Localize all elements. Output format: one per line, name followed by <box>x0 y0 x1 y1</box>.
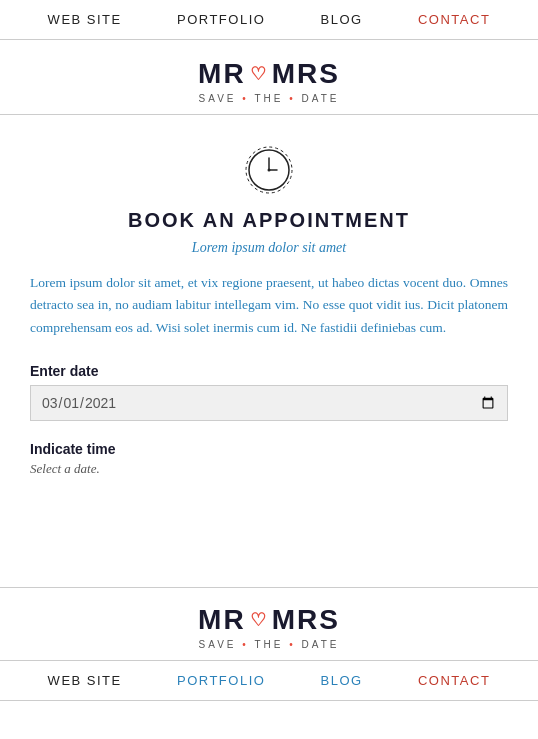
footer-logo: MR ♡ MRS <box>0 604 538 636</box>
footer-nav-contact[interactable]: CONTACT <box>418 673 490 688</box>
section-title: BOOK AN APPOINTMENT <box>30 209 508 232</box>
subtitle-text: Lorem ipsum dolor sit amet <box>30 240 508 256</box>
footer-nav: WEB SITE PORTFOLIO BLOG CONTACT <box>0 661 538 701</box>
footer-logo-save: SAVE <box>199 639 237 650</box>
footer-nav-website[interactable]: WEB SITE <box>48 673 122 688</box>
date-input[interactable] <box>30 385 508 421</box>
footer-logo-heart-icon: ♡ <box>250 609 268 631</box>
svg-point-4 <box>268 169 271 172</box>
logo-heart-icon: ♡ <box>250 63 268 85</box>
footer-logo-mrs: MRS <box>272 604 340 636</box>
footer-logo-dot2: • <box>289 639 296 650</box>
logo-date: DATE <box>301 93 339 104</box>
date-field-group: Enter date <box>30 363 508 421</box>
nav-portfolio[interactable]: PORTFOLIO <box>177 12 265 27</box>
body-text: Lorem ipsum dolor sit amet, et vix regio… <box>30 272 508 339</box>
nav-blog[interactable]: BLOG <box>321 12 363 27</box>
clock-icon-wrap <box>30 145 508 199</box>
logo-subtitle: SAVE • THE • DATE <box>0 93 538 104</box>
time-placeholder-text: Select a date. <box>30 461 508 477</box>
main-content: BOOK AN APPOINTMENT Lorem ipsum dolor si… <box>0 115 538 527</box>
top-nav: WEB SITE PORTFOLIO BLOG CONTACT <box>0 0 538 40</box>
logo-dot2: • <box>289 93 296 104</box>
clock-icon <box>244 145 294 195</box>
logo-the: THE <box>254 93 283 104</box>
footer-nav-blog[interactable]: BLOG <box>321 673 363 688</box>
footer-logo-dot1: • <box>242 639 249 650</box>
footer-logo-area: MR ♡ MRS SAVE • THE • DATE <box>0 588 538 661</box>
logo-save: SAVE <box>199 93 237 104</box>
nav-contact[interactable]: CONTACT <box>418 12 490 27</box>
logo-dot1: • <box>242 93 249 104</box>
footer-logo-mr: MR <box>198 604 246 636</box>
logo-mrs: MRS <box>272 58 340 90</box>
time-label: Indicate time <box>30 441 508 457</box>
footer-logo-date: DATE <box>301 639 339 650</box>
logo-area: MR ♡ MRS SAVE • THE • DATE <box>0 40 538 115</box>
footer-nav-portfolio[interactable]: PORTFOLIO <box>177 673 265 688</box>
logo: MR ♡ MRS <box>0 58 538 90</box>
nav-website[interactable]: WEB SITE <box>48 12 122 27</box>
time-field-group: Indicate time Select a date. <box>30 441 508 477</box>
logo-mr: MR <box>198 58 246 90</box>
footer-logo-subtitle: SAVE • THE • DATE <box>0 639 538 650</box>
footer-logo-the: THE <box>254 639 283 650</box>
footer: MR ♡ MRS SAVE • THE • DATE WEB SITE PORT… <box>0 587 538 701</box>
date-label: Enter date <box>30 363 508 379</box>
